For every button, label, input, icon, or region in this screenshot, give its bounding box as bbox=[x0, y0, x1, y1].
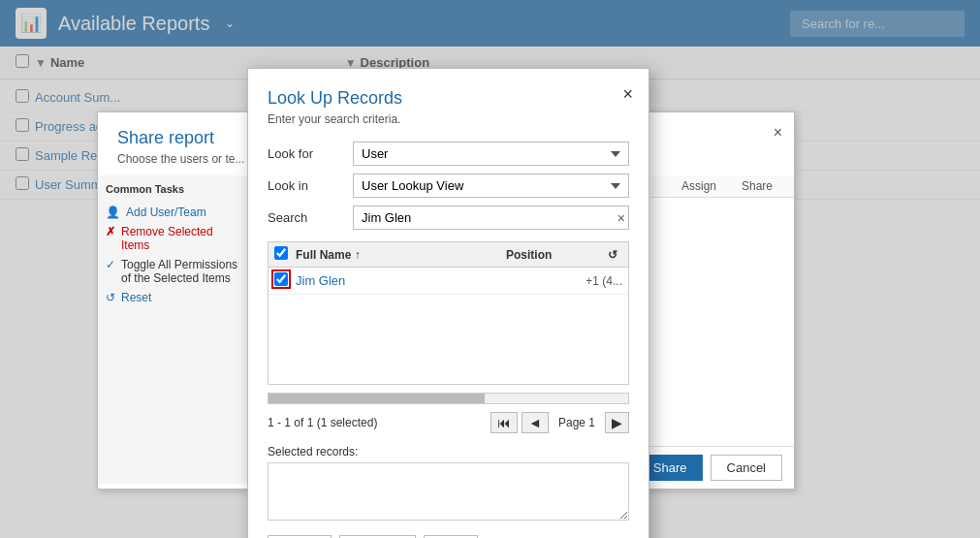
sort-icon: ↺ bbox=[603, 248, 622, 262]
remove-selected-item[interactable]: ✗ Remove Selected Items bbox=[106, 222, 244, 255]
lookup-results: Full Name ↑ Position ↺ Jim Glen +1 (4... bbox=[268, 241, 629, 385]
lookup-dialog: Look Up Records Enter your search criter… bbox=[247, 68, 649, 538]
fullname-col-header: Full Name ↑ bbox=[296, 248, 506, 262]
result-phone: +1 (4... bbox=[585, 274, 622, 288]
lookup-title: Look Up Records bbox=[268, 88, 629, 109]
search-wrap: × bbox=[353, 206, 629, 230]
x-icon: ✗ bbox=[106, 225, 115, 238]
pagination-info: 1 - 1 of 1 (1 selected) bbox=[268, 416, 377, 429]
user-icon: 👤 bbox=[106, 206, 120, 219]
result-name[interactable]: Jim Glen bbox=[296, 273, 489, 288]
assign-col-header: Assign bbox=[670, 179, 728, 193]
search-label: Search bbox=[268, 210, 345, 225]
reset-label: Reset bbox=[121, 291, 151, 304]
results-empty-space bbox=[269, 295, 628, 372]
look-for-select[interactable]: User bbox=[353, 142, 629, 166]
lookup-form: Look for User Look in User Lookup View S… bbox=[268, 142, 629, 230]
prev-page-button[interactable]: ◄ bbox=[522, 412, 549, 433]
share-panel-sidebar: Common Tasks 👤 Add User/Team ✗ Remove Se… bbox=[98, 175, 253, 484]
toggle-permissions-label: Toggle All Permissions of the Selected I… bbox=[121, 258, 244, 285]
lookup-close-button[interactable]: × bbox=[622, 84, 633, 105]
selected-records-label: Selected records: bbox=[268, 445, 629, 459]
lookup-subtitle: Enter your search criteria. bbox=[268, 112, 629, 126]
position-col-header: Position bbox=[506, 248, 603, 262]
search-input[interactable] bbox=[353, 206, 629, 230]
results-body: Jim Glen +1 (4... bbox=[269, 268, 628, 384]
share-col-header: Share bbox=[728, 179, 786, 193]
results-select-all-checkbox[interactable] bbox=[274, 246, 288, 260]
sidebar-section-title: Common Tasks bbox=[106, 183, 244, 195]
look-in-label: Look in bbox=[268, 178, 345, 193]
check-icon: ✓ bbox=[106, 258, 115, 271]
look-for-label: Look for bbox=[268, 146, 345, 161]
reset-icon: ↺ bbox=[106, 291, 115, 304]
scrollbar-thumb[interactable] bbox=[269, 394, 485, 403]
lookup-pagination: 1 - 1 of 1 (1 selected) ⏮ ◄ Page 1 ▶ bbox=[268, 412, 629, 433]
search-clear-button[interactable]: × bbox=[617, 210, 625, 226]
cancel-share-button[interactable]: Cancel bbox=[711, 455, 782, 481]
add-user-team-label: Add User/Team bbox=[126, 206, 206, 219]
reset-item[interactable]: ↺ Reset bbox=[106, 288, 244, 307]
share-panel-footer: Share Cancel bbox=[626, 446, 794, 489]
result-row-checkbox[interactable] bbox=[274, 272, 288, 286]
remove-selected-label: Remove Selected Items bbox=[121, 225, 244, 252]
page-label: Page 1 bbox=[558, 416, 595, 429]
look-in-select[interactable]: User Lookup View bbox=[353, 174, 629, 198]
lookup-horizontal-scrollbar[interactable] bbox=[268, 393, 629, 404]
results-header: Full Name ↑ Position ↺ bbox=[269, 242, 628, 268]
toggle-permissions-item[interactable]: ✓ Toggle All Permissions of the Selected… bbox=[106, 255, 244, 288]
result-row[interactable]: Jim Glen +1 (4... bbox=[269, 268, 628, 295]
selected-records-box[interactable] bbox=[268, 462, 629, 521]
add-user-team-item[interactable]: 👤 Add User/Team bbox=[106, 203, 244, 222]
pagination-nav: ⏮ ◄ Page 1 ▶ bbox=[490, 412, 629, 433]
next-page-button[interactable]: ▶ bbox=[605, 412, 629, 433]
first-page-button[interactable]: ⏮ bbox=[490, 412, 518, 433]
share-panel-close-button[interactable]: × bbox=[774, 124, 782, 142]
